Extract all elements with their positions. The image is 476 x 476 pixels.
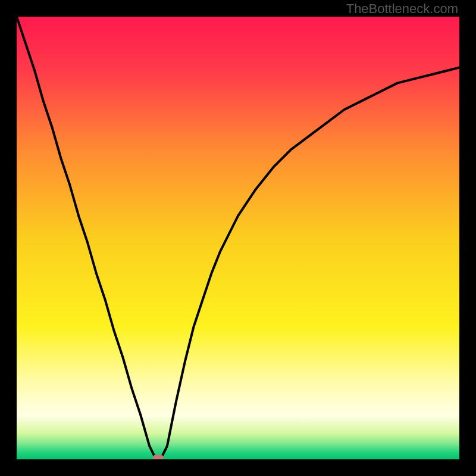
bottleneck-curve xyxy=(17,17,459,459)
optimum-marker xyxy=(153,455,164,459)
chart-frame: TheBottleneck.com xyxy=(0,0,476,476)
watermark-text: TheBottleneck.com xyxy=(346,1,458,17)
plot-area xyxy=(17,17,459,459)
